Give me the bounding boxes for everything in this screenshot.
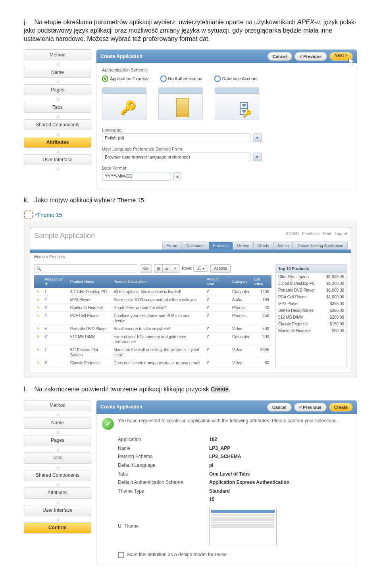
wizard-steps-confirm: Method Name Pages Tabs Shared Components… (24, 400, 91, 534)
ui-theme-label: UI Theme (118, 523, 209, 530)
step-name[interactable]: Name (24, 418, 91, 429)
langpref-label: User Language Preference Derived From: (102, 146, 351, 152)
rows-select[interactable]: 15 ▾ (193, 265, 208, 272)
table-row: ✎6512 MB DIMMExpand your PCs memory and … (34, 333, 271, 346)
figure-theme15-preview: *Theme 15 Sample Application ADMIN Feedb… (24, 211, 357, 378)
tab-products[interactable]: Products (209, 242, 233, 250)
go-button[interactable]: Go (140, 264, 152, 273)
theme-thumbnail (209, 508, 277, 545)
tab-charts[interactable]: Charts (253, 242, 273, 250)
edit-icon[interactable]: ✎ (34, 333, 42, 346)
auth-db-radio[interactable]: Database Account (214, 75, 258, 82)
step-attributes[interactable]: Attributes (24, 487, 91, 499)
tab-theme-testing[interactable]: Theme Testing Application (292, 242, 348, 250)
products-table: Product Id ▼ Product Name Product Descri… (34, 275, 271, 368)
cancel-button[interactable]: Cancel (267, 403, 292, 412)
previous-button[interactable]: < Previous (294, 52, 327, 61)
auth-tile-none[interactable] (158, 87, 203, 120)
table-row: ✎8Classic ProjectorDoes not include tran… (34, 359, 271, 367)
door-icon (176, 98, 189, 117)
paragraph-l: l. Na zakończenie potwierdź tworzenie ap… (24, 385, 357, 394)
paragraph-k: k. Jako motyw aplikacji wybierz Theme 15… (24, 196, 357, 205)
auth-tile-appexpress[interactable]: 🔑 (102, 87, 146, 120)
step-shared[interactable]: Shared Components (24, 119, 91, 130)
view-toggle[interactable]: ▦☰≡ (154, 264, 179, 273)
paragraph-j: j. Na etapie określania parametrów aplik… (24, 18, 357, 43)
actions-button[interactable]: Actions (210, 264, 231, 273)
app-tabs: Home Customers Products Orders Charts Ad… (30, 242, 351, 250)
cancel-button[interactable]: Cancel (267, 52, 292, 61)
tab-orders[interactable]: Orders (233, 242, 254, 250)
tab-customers[interactable]: Customers (181, 242, 209, 250)
chevron-down-icon[interactable]: ▼ (253, 153, 262, 161)
step-pages[interactable]: Pages (24, 435, 91, 446)
panel-title: Create Application (100, 404, 142, 410)
table-row: ✎13.2 GHz Desktop PCAll the options, thi… (34, 288, 271, 296)
tab-home[interactable]: Home (162, 242, 182, 250)
panel-header: Create Application Cancel < Previous Nex… (96, 50, 357, 63)
figure-attributes-wizard: Method Name Pages Tabs Shared Components… (24, 49, 357, 189)
auth-appexpress-radio[interactable]: Application Express (102, 75, 148, 82)
step-tabs[interactable]: Tabs (24, 453, 91, 464)
lov-picker-icon[interactable]: ▲ (173, 172, 181, 180)
step-attributes[interactable]: Attributes (24, 137, 91, 148)
langpref-select[interactable]: Browser (use browser language preference… (102, 153, 250, 161)
edit-icon[interactable]: ✎ (34, 312, 42, 325)
edit-icon[interactable]: ✎ (34, 288, 42, 296)
success-check-icon: ✓ (102, 418, 114, 430)
tab-admin[interactable]: Admin (273, 242, 293, 250)
auth-tile-db[interactable]: 🗄🔑 (215, 87, 259, 120)
edit-icon[interactable]: ✎ (34, 296, 42, 304)
auth-scheme-label: Authentication Scheme: (102, 67, 351, 73)
top-products-box: Top 10 Products Ultra Slim Laptop$1,999.… (275, 264, 347, 368)
edit-icon[interactable]: ✎ (34, 359, 42, 367)
table-row: ✎3Bluetooth HeadsetHands-Free without th… (34, 304, 271, 312)
step-method[interactable]: Method (24, 49, 91, 60)
panel-title: Create Application (100, 54, 142, 60)
auth-none-radio[interactable]: No Authentication (160, 75, 202, 82)
table-row: ✎4PDA Cell PhoneCombine your cell phone … (34, 312, 271, 325)
search-icon: 🔍 (36, 266, 42, 271)
confirm-message: You have requested to create an applicat… (118, 418, 338, 424)
step-method[interactable]: Method (24, 400, 91, 411)
previous-button[interactable]: < Previous (294, 403, 327, 412)
figure-confirm-wizard: Method Name Pages Tabs Shared Components… (24, 400, 357, 564)
table-row: ✎2MP3 PlayerStore up to 1000 songs and t… (34, 296, 271, 304)
edit-icon[interactable]: ✎ (34, 304, 42, 312)
dateformat-input[interactable]: YYYY-MM-DD (102, 172, 171, 181)
sample-app-title: Sample Application (34, 231, 95, 240)
step-ui[interactable]: User Interface (24, 505, 91, 516)
edit-icon[interactable]: ✎ (34, 346, 42, 359)
create-application-panel: Create Application Cancel < Previous Nex… (96, 49, 357, 189)
step-shared[interactable]: Shared Components (24, 470, 91, 481)
wizard-steps: Method Name Pages Tabs Shared Components… (24, 49, 91, 172)
step-confirm[interactable]: Confirm (24, 522, 91, 534)
dateformat-label: Date Format: (102, 165, 351, 171)
language-label: Language: (102, 127, 351, 133)
create-application-confirm-panel: Create Application Cancel < Previous Cre… (96, 400, 357, 564)
theme15-label[interactable]: *Theme 15 (35, 211, 62, 219)
language-select[interactable]: Polish (pl) (102, 133, 250, 142)
breadcrumb: Home » Products (30, 253, 351, 261)
step-pages[interactable]: Pages (24, 84, 91, 95)
step-name[interactable]: Name (24, 67, 91, 78)
save-model-checkbox[interactable]: Save this definition as a design model f… (118, 552, 351, 558)
create-button[interactable]: Create (329, 403, 353, 412)
key-icon: 🔑 (120, 99, 137, 116)
search-input[interactable]: 🔍 (34, 264, 137, 273)
edit-icon[interactable]: ✎ (34, 325, 42, 333)
next-button[interactable]: Next > (329, 52, 353, 61)
database-icon: 🗄🔑 (237, 101, 251, 118)
table-row: ✎5Portable DVD PlayerSmall enough to tak… (34, 325, 271, 333)
table-row: ✎754" Plasma Flat ScreenMount on the wal… (34, 346, 271, 359)
step-tabs[interactable]: Tabs (24, 102, 91, 113)
user-links: ADMIN Feedback Print Logout (283, 231, 347, 240)
checkbox-icon[interactable] (118, 552, 124, 558)
theme-radio-icon[interactable] (24, 211, 33, 219)
step-ui[interactable]: User Interface (24, 154, 91, 165)
chevron-down-icon[interactable]: ▼ (253, 133, 262, 142)
